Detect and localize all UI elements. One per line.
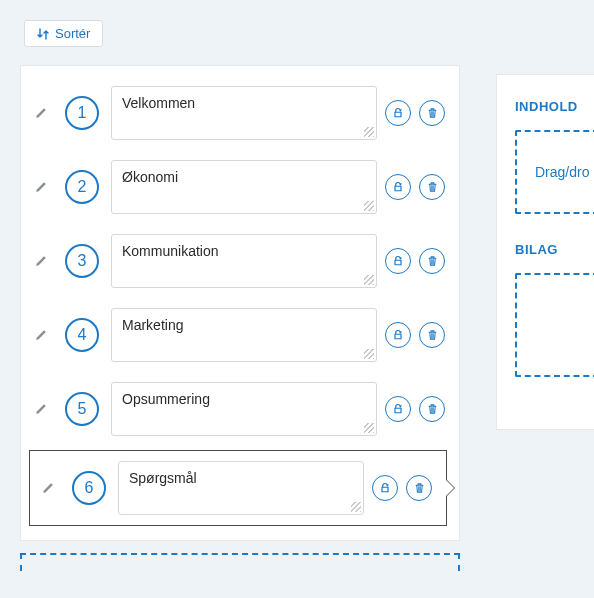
dropzone-text: Drag/dro (535, 164, 589, 180)
delete-button[interactable] (406, 475, 432, 501)
item-title-input[interactable]: Opsummering (111, 382, 377, 436)
unlock-button[interactable] (385, 174, 411, 200)
delete-button[interactable] (419, 248, 445, 274)
item-number-badge: 3 (65, 244, 99, 278)
item-number-badge: 6 (72, 471, 106, 505)
unlock-button[interactable] (372, 475, 398, 501)
sort-button-label: Sortér (55, 26, 90, 41)
edit-icon[interactable] (31, 254, 51, 268)
item-row[interactable]: 1Velkommen (21, 76, 459, 150)
item-title-text: Økonomi (122, 169, 178, 185)
content-dropzone[interactable]: Drag/dro (515, 130, 594, 214)
item-number-badge: 2 (65, 170, 99, 204)
delete-button[interactable] (419, 100, 445, 126)
item-number-badge: 4 (65, 318, 99, 352)
item-title-input[interactable]: Kommunikation (111, 234, 377, 288)
item-title-input[interactable]: Spørgsmål (118, 461, 364, 515)
items-panel: 1Velkommen2Økonomi3Kommunikation4Marketi… (20, 65, 460, 541)
item-title-text: Velkommen (122, 95, 195, 111)
item-row[interactable]: 3Kommunikation (21, 224, 459, 298)
item-number-badge: 1 (65, 96, 99, 130)
unlock-button[interactable] (385, 248, 411, 274)
unlock-button[interactable] (385, 322, 411, 348)
bottom-dropzone[interactable] (20, 553, 460, 571)
delete-button[interactable] (419, 396, 445, 422)
edit-icon[interactable] (31, 402, 51, 416)
unlock-button[interactable] (385, 396, 411, 422)
item-title-text: Opsummering (122, 391, 210, 407)
unlock-button[interactable] (385, 100, 411, 126)
attachments-dropzone[interactable] (515, 273, 594, 377)
side-panel: INDHOLD Drag/dro BILAG (496, 74, 594, 430)
item-title-text: Spørgsmål (129, 470, 197, 486)
item-row[interactable]: 6Spørgsmål (29, 450, 447, 526)
sort-button[interactable]: Sortér (24, 20, 103, 47)
item-title-input[interactable]: Marketing (111, 308, 377, 362)
edit-icon[interactable] (31, 328, 51, 342)
edit-icon[interactable] (31, 106, 51, 120)
attachments-heading: BILAG (515, 242, 594, 257)
delete-button[interactable] (419, 322, 445, 348)
item-title-text: Kommunikation (122, 243, 219, 259)
item-title-text: Marketing (122, 317, 183, 333)
item-number-badge: 5 (65, 392, 99, 426)
edit-icon[interactable] (31, 180, 51, 194)
item-title-input[interactable]: Økonomi (111, 160, 377, 214)
sort-icon (37, 28, 49, 40)
item-row[interactable]: 5Opsummering (21, 372, 459, 446)
content-heading: INDHOLD (515, 99, 594, 114)
item-row[interactable]: 2Økonomi (21, 150, 459, 224)
item-row[interactable]: 4Marketing (21, 298, 459, 372)
item-title-input[interactable]: Velkommen (111, 86, 377, 140)
edit-icon[interactable] (38, 481, 58, 495)
delete-button[interactable] (419, 174, 445, 200)
